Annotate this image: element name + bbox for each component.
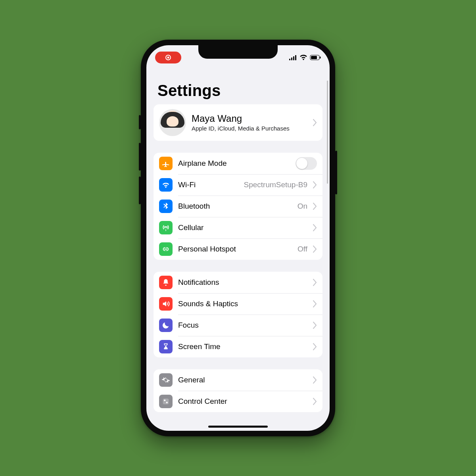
status-right [289,55,321,60]
cellular-icon [289,55,297,60]
chevron-right-icon [313,343,317,350]
svg-rect-8 [320,57,321,59]
row-notifications[interactable]: Notifications [154,272,322,293]
row-label: Cellular [178,223,307,232]
chevron-right-icon [313,376,317,384]
wifi-status-icon [299,55,307,60]
sliders-icon [159,395,173,408]
profile-name: Maya Wang [192,113,307,124]
screen-recording-pill[interactable] [155,52,181,63]
row-value: On [298,202,307,211]
row-cellular[interactable]: Cellular [154,217,322,238]
notch [198,45,278,59]
side-button-power [335,151,337,194]
row-label: Bluetooth [178,202,292,211]
row-control-center[interactable]: Control Center [154,391,322,412]
row-wifi[interactable]: Wi-Fi SpectrumSetup-B9 [154,174,322,196]
general-group: General Control Center [154,369,322,412]
chevron-right-icon [313,246,317,253]
row-label: Control Center [178,397,307,406]
svg-point-11 [166,402,168,403]
row-screen-time[interactable]: Screen Time [154,336,322,357]
status-left [155,52,181,63]
airplane-toggle[interactable] [296,157,317,170]
bell-icon [159,276,173,289]
profile-group: Maya Wang Apple ID, iCloud, Media & Purc… [154,104,322,141]
row-bluetooth[interactable]: Bluetooth On [154,196,322,217]
side-button-silent [139,115,141,129]
connectivity-group: Airplane Mode Wi-Fi SpectrumSetup-B9 Blu [154,153,322,260]
svg-point-1 [167,57,169,59]
row-airplane-mode[interactable]: Airplane Mode [154,153,322,174]
chevron-right-icon [313,398,317,405]
chevron-right-icon [313,279,317,286]
avatar [159,109,186,136]
link-icon [159,242,173,256]
screen: Settings Maya Wang Apple ID, iCloud, Med… [146,45,330,431]
chevron-right-icon [313,224,317,231]
row-general[interactable]: General [154,369,322,391]
row-focus[interactable]: Focus [154,315,322,336]
svg-rect-3 [291,58,292,60]
chevron-right-icon [313,119,317,126]
svg-rect-5 [295,55,296,60]
phone-frame: Settings Maya Wang Apple ID, iCloud, Med… [141,40,335,436]
airplane-icon [159,157,173,170]
moon-icon [159,319,173,332]
row-label: Focus [178,321,307,330]
row-label: Screen Time [178,342,307,351]
row-label: Sounds & Haptics [178,299,307,308]
row-sounds-haptics[interactable]: Sounds & Haptics [154,293,322,315]
hourglass-icon [159,340,173,353]
speaker-icon [159,297,173,311]
row-value: SpectrumSetup-B9 [244,180,307,189]
svg-rect-4 [293,56,294,60]
row-value: Off [298,245,307,253]
row-personal-hotspot[interactable]: Personal Hotspot Off [154,238,322,260]
gear-icon [159,373,173,387]
svg-rect-2 [289,59,290,60]
svg-rect-7 [311,56,317,59]
side-button-volume-down [139,177,141,204]
row-label: Personal Hotspot [178,245,292,253]
chevron-right-icon [313,322,317,329]
row-label: Wi-Fi [178,180,238,189]
record-icon [165,54,171,61]
svg-point-10 [164,399,165,401]
row-label: General [178,376,307,384]
notifications-group: Notifications Sounds & Haptics Focus [154,272,322,357]
profile-subtitle: Apple ID, iCloud, Media & Purchases [192,125,307,132]
chevron-right-icon [313,300,317,307]
svg-rect-9 [163,399,169,405]
wifi-icon [159,178,173,192]
settings-content[interactable]: Maya Wang Apple ID, iCloud, Media & Purc… [146,104,330,431]
profile-text: Maya Wang Apple ID, iCloud, Media & Purc… [192,113,307,132]
chevron-right-icon [313,181,317,188]
row-label: Notifications [178,278,307,287]
side-button-volume-up [139,143,141,171]
row-label: Airplane Mode [178,159,290,168]
page-title: Settings [146,67,330,104]
profile-row[interactable]: Maya Wang Apple ID, iCloud, Media & Purc… [154,104,322,141]
chevron-right-icon [313,203,317,210]
battery-icon [310,55,321,60]
scroll-indicator[interactable] [327,81,328,184]
bluetooth-icon [159,200,173,213]
home-indicator[interactable] [208,426,268,428]
antenna-icon [159,221,173,234]
